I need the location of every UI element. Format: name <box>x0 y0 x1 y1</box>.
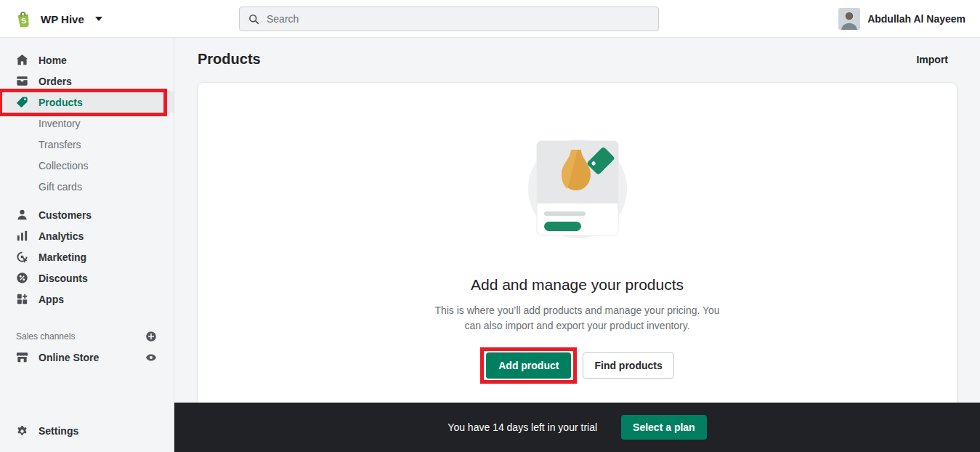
main-content: Products Import Add and manage your prod… <box>174 38 980 452</box>
apps-icon <box>15 292 29 306</box>
search-bar[interactable] <box>239 7 659 31</box>
analytics-icon <box>15 229 29 243</box>
sidebar-item-orders[interactable]: Orders <box>0 70 174 92</box>
search-icon <box>248 13 260 25</box>
sales-channels-section: Sales channels <box>0 326 174 347</box>
sidebar-item-gift-cards[interactable]: Gift cards <box>0 176 174 197</box>
sidebar-item-label: Transfers <box>39 139 81 150</box>
sidebar-item-label: Apps <box>39 294 64 305</box>
sidebar-item-collections[interactable]: Collections <box>0 155 174 176</box>
trial-message: You have 14 days left in your trial <box>448 421 597 433</box>
product-empty-state-illustration <box>198 83 957 240</box>
tag-icon <box>15 95 29 109</box>
sidebar-item-label: Orders <box>39 76 72 87</box>
sidebar-item-customers[interactable]: Customers <box>0 204 174 225</box>
find-products-button[interactable]: Find products <box>583 352 673 379</box>
sidebar-item-home[interactable]: Home <box>0 49 174 70</box>
select-plan-button[interactable]: Select a plan <box>621 415 707 440</box>
user-name: Abdullah Al Nayeem <box>867 13 965 25</box>
products-empty-state-card: Add and manage your products This is whe… <box>198 83 957 432</box>
orders-icon <box>15 74 29 88</box>
annotation-box-add-product: Add product <box>480 347 577 384</box>
sidebar-item-label: Customers <box>39 209 92 221</box>
sales-channels-label: Sales channels <box>16 331 75 342</box>
sidebar-item-transfers[interactable]: Transfers <box>0 134 174 155</box>
import-button[interactable]: Import <box>916 54 948 65</box>
marketing-icon <box>15 250 29 264</box>
sidebar-item-label: Discounts <box>39 273 88 284</box>
sidebar-item-label: Collections <box>39 160 88 171</box>
sidebar-item-label: Marketing <box>39 251 86 263</box>
home-icon <box>15 53 29 67</box>
sidebar-item-label: Products <box>39 97 83 108</box>
sidebar-item-label: Online Store <box>39 352 99 363</box>
customers-icon <box>15 208 29 222</box>
caret-down-icon <box>95 17 102 22</box>
trial-banner: You have 14 days left in your trial Sele… <box>174 403 980 452</box>
empty-state-actions: Add product Find products <box>198 347 957 384</box>
search-input[interactable] <box>267 13 650 25</box>
sidebar-item-label: Home <box>39 55 67 66</box>
avatar <box>838 8 860 30</box>
sidebar-item-analytics[interactable]: Analytics <box>0 225 174 246</box>
empty-state-heading: Add and manage your products <box>198 276 957 294</box>
sidebar-nav: Home Orders Products Inventory Transfers… <box>0 38 174 368</box>
page-header: Products Import <box>174 38 980 68</box>
store-menu-button[interactable]: S WP Hive <box>15 0 102 38</box>
sidebar-item-online-store[interactable]: Online Store <box>0 347 174 368</box>
svg-text:S: S <box>21 16 27 25</box>
discounts-icon <box>15 271 29 285</box>
plus-circle-icon[interactable] <box>145 330 158 343</box>
sidebar-item-inventory[interactable]: Inventory <box>0 113 174 134</box>
sidebar: Home Orders Products Inventory Transfers… <box>0 38 174 452</box>
add-product-button[interactable]: Add product <box>486 352 571 379</box>
user-menu-button[interactable]: Abdullah Al Nayeem <box>838 0 965 38</box>
gear-icon <box>15 424 29 438</box>
sidebar-item-label: Inventory <box>39 118 81 129</box>
sidebar-item-label: Settings <box>39 425 78 437</box>
sidebar-item-settings[interactable]: Settings <box>0 410 174 452</box>
empty-state-description: This is where you’ll add products and ma… <box>428 303 727 334</box>
store-name: WP Hive <box>41 13 84 25</box>
sidebar-item-discounts[interactable]: Discounts <box>0 267 174 288</box>
shopify-bag-icon: S <box>15 9 33 29</box>
sidebar-item-label: Gift cards <box>39 181 82 193</box>
sidebar-item-marketing[interactable]: Marketing <box>0 246 174 267</box>
page-title: Products <box>198 51 261 68</box>
sidebar-item-products[interactable]: Products <box>0 92 174 113</box>
topbar: S WP Hive Abdullah Al Nayeem <box>0 0 980 38</box>
sidebar-item-apps[interactable]: Apps <box>0 288 174 310</box>
eye-icon[interactable] <box>145 351 158 364</box>
storefront-icon <box>15 350 29 364</box>
sidebar-item-label: Analytics <box>39 230 84 242</box>
